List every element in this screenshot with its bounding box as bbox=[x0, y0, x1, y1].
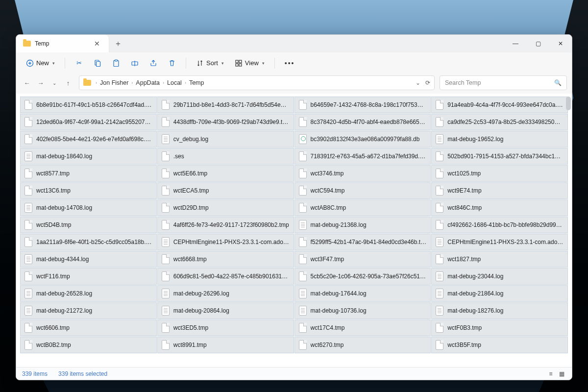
file-item[interactable]: 6b8e91bc-617f-49c1-b518-c26647cdf4ad.tmp bbox=[20, 97, 157, 113]
file-item[interactable]: CEPHtmlEngine11-PHXS-23.3.1-com.adobe... bbox=[431, 234, 568, 250]
file-item[interactable]: mat-debug-21272.log bbox=[20, 302, 157, 319]
forward-button[interactable]: → bbox=[35, 77, 47, 89]
cut-button[interactable]: ✂ bbox=[71, 55, 87, 71]
file-item[interactable]: mat-debug-18276.log bbox=[431, 302, 568, 319]
scrollbar-thumb[interactable] bbox=[566, 97, 571, 110]
svg-rect-8 bbox=[236, 64, 238, 66]
file-item[interactable]: ca9dfe25-2c53-497a-8b25-de3334982501.tmp bbox=[431, 114, 568, 130]
file-item[interactable]: 29b711bd-b8e1-4dd3-8c71-7d64fb5d54ee.t..… bbox=[157, 97, 294, 113]
file-item[interactable]: wct6606.tmp bbox=[20, 319, 157, 336]
tab-active[interactable]: Temp ✕ bbox=[16, 35, 109, 52]
file-item[interactable]: wct3F47.tmp bbox=[294, 251, 431, 268]
breadcrumb-item[interactable]: Jon Fisher bbox=[98, 79, 130, 86]
file-item[interactable]: 8c378420-4d5b-4f70-abf4-eaedb878e665.tmp bbox=[294, 114, 431, 130]
file-item[interactable]: mat-debug-23044.log bbox=[431, 268, 568, 285]
search-input[interactable]: Search Temp 🔍 bbox=[440, 75, 567, 90]
file-item[interactable]: wct846C.tmp bbox=[431, 199, 568, 216]
file-item[interactable]: cf492662-1686-41bb-bc7b-bbfe98b29d99.t..… bbox=[431, 217, 568, 233]
file-item[interactable]: CEPHtmlEngine11-PHXS-23.3.1-com.adobe... bbox=[157, 234, 294, 250]
file-item[interactable]: .ses bbox=[157, 148, 294, 165]
rename-button[interactable] bbox=[127, 55, 143, 71]
share-button[interactable] bbox=[146, 55, 161, 71]
tiles-view-icon[interactable]: ▦ bbox=[557, 370, 566, 378]
file-item[interactable]: wct13C6.tmp bbox=[20, 182, 157, 199]
breadcrumb-item[interactable]: Temp bbox=[188, 79, 206, 86]
file-item[interactable]: wct5E66.tmp bbox=[157, 165, 294, 182]
file-item[interactable]: wct17C4.tmp bbox=[294, 319, 431, 336]
file-item[interactable]: 5cb5c20e-1c06-4262-905a-73ae57f26c51.tmp bbox=[294, 268, 431, 285]
file-item[interactable]: 1aa211a9-6f6e-40f1-b25c-c5d9cc05a18b.tmp bbox=[20, 234, 157, 250]
address-bar[interactable]: › Jon Fisher › AppData › Local › Temp ⌄ … bbox=[79, 75, 435, 90]
delete-button[interactable] bbox=[164, 55, 180, 71]
file-item[interactable]: 402fe085-5be4-4e21-92e6-e7efd0af698c.tmp bbox=[20, 131, 157, 147]
file-item[interactable]: wctB0B2.tmp bbox=[20, 337, 157, 353]
copy-button[interactable] bbox=[90, 55, 105, 71]
file-item[interactable]: b64659e7-1432-4768-8c8a-198c170f7532.tmp bbox=[294, 97, 431, 113]
file-item[interactable]: wct6270.tmp bbox=[294, 337, 431, 353]
file-item[interactable]: mat-debug-26296.log bbox=[157, 285, 294, 302]
file-item[interactable]: mat-debug-20864.log bbox=[157, 302, 294, 319]
file-item[interactable]: wctF116.tmp bbox=[20, 268, 157, 285]
text-file-icon bbox=[24, 254, 32, 264]
view-button[interactable]: View ▾ bbox=[231, 55, 269, 71]
file-item[interactable]: mat-debug-18640.log bbox=[20, 148, 157, 165]
maximize-button[interactable]: ▢ bbox=[527, 35, 549, 52]
file-item[interactable]: wct8577.tmp bbox=[20, 165, 157, 182]
file-item[interactable]: wctD29D.tmp bbox=[157, 199, 294, 216]
more-button[interactable]: ••• bbox=[281, 55, 299, 71]
text-file-icon bbox=[162, 134, 170, 144]
file-item[interactable]: mat-debug-4344.log bbox=[20, 251, 157, 268]
file-item[interactable]: wct3ED5.tmp bbox=[157, 319, 294, 336]
file-item[interactable]: mat-debug-21864.log bbox=[431, 285, 568, 302]
file-name: mat-debug-19652.log bbox=[447, 136, 503, 143]
file-item[interactable]: wct9E74.tmp bbox=[431, 182, 568, 199]
file-item[interactable]: 718391f2-e763-45a5-a672-d1ba7fefd39d.tmp bbox=[294, 148, 431, 165]
file-item[interactable]: mat-debug-19652.log bbox=[431, 131, 568, 147]
minimize-button[interactable]: — bbox=[504, 35, 527, 52]
file-item[interactable]: mat-debug-21368.log bbox=[294, 217, 431, 233]
recent-button[interactable]: ⌄ bbox=[49, 77, 60, 89]
file-name: f5299ff5-42b1-47ac-9b41-84ed0cd3e46b.tmp bbox=[311, 239, 427, 245]
paste-button[interactable] bbox=[108, 55, 124, 71]
file-item[interactable]: wct1025.tmp bbox=[431, 165, 568, 182]
back-button[interactable]: ← bbox=[21, 77, 33, 89]
file-item[interactable]: cv_debug.log bbox=[157, 131, 294, 147]
tab-add-button[interactable]: ＋ bbox=[109, 39, 127, 49]
details-view-icon[interactable]: ≡ bbox=[546, 370, 555, 378]
close-button[interactable]: ✕ bbox=[549, 35, 572, 52]
file-icon bbox=[299, 203, 307, 213]
breadcrumb-item[interactable]: Local bbox=[166, 79, 183, 86]
file-item[interactable]: 4438dffb-709e-4f3b-9069-f29ab743d9e9.tmp bbox=[157, 114, 294, 130]
file-item[interactable]: wct5D4B.tmp bbox=[20, 217, 157, 233]
file-item[interactable]: wctC594.tmp bbox=[294, 182, 431, 199]
file-item[interactable]: 12ded60a-9f67-4c9f-99a1-2142ac955207.tmp bbox=[20, 114, 157, 130]
file-item[interactable]: wct1827.tmp bbox=[431, 251, 568, 268]
file-name: wctD29D.tmp bbox=[173, 204, 209, 211]
file-item[interactable]: 502bd901-7915-4153-a527-bfda7344bc15.t..… bbox=[431, 148, 568, 165]
file-item[interactable]: wctECA5.tmp bbox=[157, 182, 294, 199]
file-item[interactable]: mat-debug-14708.log bbox=[20, 199, 157, 216]
file-item[interactable]: 606d9c81-5ed0-4a22-857e-c485b9016318.t..… bbox=[157, 268, 294, 285]
file-item[interactable]: wct8991.tmp bbox=[157, 337, 294, 353]
file-item[interactable]: 91a4eab9-4c4a-4f7f-9cc4-993ee647dc0a.tmp bbox=[431, 97, 568, 113]
breadcrumb-item[interactable]: AppData bbox=[134, 79, 161, 86]
refresh-icon[interactable]: ⟳ bbox=[425, 79, 430, 86]
sort-button[interactable]: Sort ▾ bbox=[192, 55, 228, 71]
file-item[interactable]: wct6668.tmp bbox=[157, 251, 294, 268]
file-item[interactable]: bc3902d8132f43e3ae086a009979fa88.db bbox=[294, 131, 431, 147]
file-list-pane[interactable]: 6b8e91bc-617f-49c1-b518-c26647cdf4ad.tmp… bbox=[16, 94, 572, 367]
history-chevron-icon[interactable]: ⌄ bbox=[416, 79, 420, 86]
file-item[interactable]: f5299ff5-42b1-47ac-9b41-84ed0cd3e46b.tmp bbox=[294, 234, 431, 250]
file-item[interactable]: 4af6ff26-fe73-4e92-9117-1723f60980b2.tmp bbox=[157, 217, 294, 233]
file-item[interactable]: mat-debug-10736.log bbox=[294, 302, 431, 319]
file-icon bbox=[24, 237, 32, 247]
file-item[interactable]: wctF0B3.tmp bbox=[431, 319, 568, 336]
file-item[interactable]: mat-debug-17644.log bbox=[294, 285, 431, 302]
file-item[interactable]: wctAB8C.tmp bbox=[294, 199, 431, 216]
new-button[interactable]: New ▾ bbox=[22, 55, 59, 71]
file-item[interactable]: wct3746.tmp bbox=[294, 165, 431, 182]
file-item[interactable]: wct3B5F.tmp bbox=[431, 337, 568, 353]
tab-close-button[interactable]: ✕ bbox=[92, 40, 102, 48]
file-item[interactable]: mat-debug-26528.log bbox=[20, 285, 157, 302]
up-button[interactable]: ↑ bbox=[62, 77, 74, 89]
